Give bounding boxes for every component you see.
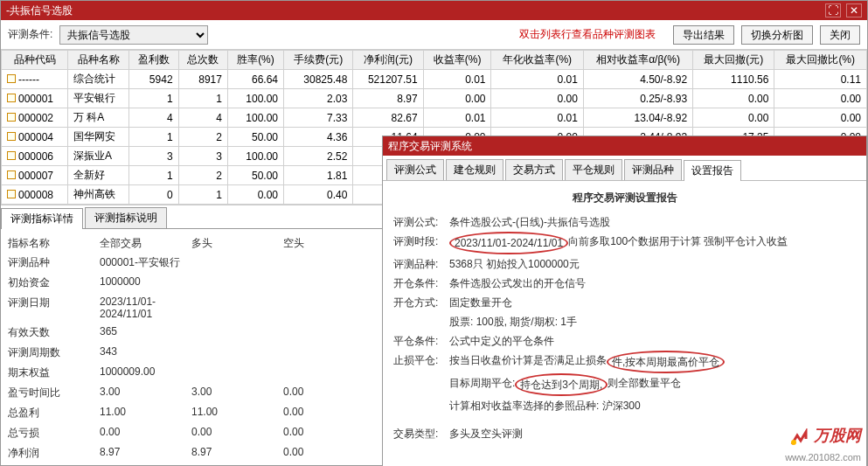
report-heading: 程序交易评测设置报告 — [393, 188, 856, 207]
table-header[interactable]: 相对收益率α/β(%) — [583, 51, 692, 70]
date-range-highlight: 2023/11/01-2024/11/01 — [449, 232, 568, 254]
tab-explain[interactable]: 评测指标说明 — [85, 207, 167, 228]
table-header[interactable]: 品种代码 — [2, 51, 68, 70]
report-window: 程序交易评测系统 评测公式建仓规则交易方式平仓规则评测品种设置报告 程序交易评测… — [382, 136, 867, 466]
condition-select[interactable]: 共振信号选股 — [59, 25, 208, 45]
export-button[interactable]: 导出结果 — [673, 25, 734, 45]
detail-panel: 评测指标详情 评测指标说明 指标名称 全部交易 多头 空头 评测品种000001… — [1, 205, 382, 465]
table-row[interactable]: ------综合统计5942891766.6430825.48521207.51… — [2, 70, 867, 89]
hint-text: 双击列表行查看品种评测图表 — [519, 27, 656, 42]
metric-row: 期末权益1000009.00 — [1, 363, 382, 383]
metric-row: 总亏损0.000.000.00 — [1, 423, 382, 443]
report-tab[interactable]: 平仓规则 — [565, 159, 622, 180]
window-titlebar: -共振信号选股 ⛶ ✕ — [1, 1, 867, 20]
metric-row: 有效天数365 — [1, 323, 382, 343]
switch-chart-button[interactable]: 切换分析图 — [741, 25, 813, 45]
metric-row: 评测周期数343 — [1, 343, 382, 363]
metric-row: 总盈利11.0011.000.00 — [1, 403, 382, 423]
report-tab[interactable]: 设置报告 — [684, 160, 741, 181]
metric-row: 初始资金1000000 — [1, 273, 382, 293]
svg-point-0 — [791, 440, 796, 445]
table-header[interactable]: 年化收益率(%) — [491, 51, 583, 70]
condition-label: 评测条件: — [8, 27, 52, 42]
close-button[interactable]: 关闭 — [820, 25, 860, 45]
table-row[interactable]: 000001平安银行11100.002.038.970.000.000.25/-… — [2, 89, 867, 108]
table-header[interactable]: 总次数 — [178, 51, 227, 70]
metric-row: 净利润8.978.970.00 — [1, 443, 382, 463]
watermark-logo: 万股网 www.201082.com — [785, 426, 861, 466]
col-short: 空头 — [283, 236, 375, 251]
col-long: 多头 — [191, 236, 283, 251]
metric-row: 盈亏时间比3.003.000.00 — [1, 383, 382, 403]
target-highlight: 持仓达到3个周期, — [515, 373, 608, 396]
report-tab[interactable]: 建仓规则 — [446, 159, 503, 180]
metric-row: 评测品种000001-平安银行 — [1, 253, 382, 273]
table-header[interactable]: 最大回撤比(%) — [774, 51, 867, 70]
metric-row: 评测日期2023/11/01-2024/11/01 — [1, 293, 382, 323]
report-tab[interactable]: 交易方式 — [505, 159, 563, 180]
table-header[interactable]: 品种名称 — [68, 51, 129, 70]
table-header[interactable]: 手续费(元) — [284, 51, 353, 70]
stoploss-highlight: 件,按本周期最高价平仓 — [607, 351, 725, 373]
window-title: -共振信号选股 — [6, 3, 73, 18]
report-tab[interactable]: 评测品种 — [624, 159, 682, 180]
table-row[interactable]: 000002万 科A44100.007.3382.670.010.0113.04… — [2, 108, 867, 128]
close-icon[interactable]: ✕ — [846, 3, 862, 17]
table-header[interactable]: 收益率(%) — [423, 51, 491, 70]
report-tab[interactable]: 评测公式 — [386, 159, 444, 180]
report-window-title: 程序交易评测系统 — [388, 139, 472, 154]
col-all: 全部交易 — [100, 236, 191, 251]
tab-detail[interactable]: 评测指标详情 — [1, 208, 83, 229]
fullscreen-icon[interactable]: ⛶ — [825, 3, 841, 17]
table-header[interactable]: 最大回撤(元) — [693, 51, 774, 70]
table-header[interactable]: 盈利数 — [129, 51, 178, 70]
table-header[interactable]: 胜率(%) — [227, 51, 283, 70]
table-header[interactable]: 净利润(元) — [353, 51, 423, 70]
toolbar: 评测条件: 共振信号选股 双击列表行查看品种评测图表 导出结果 切换分析图 关闭 — [1, 20, 867, 50]
col-name: 指标名称 — [8, 236, 100, 251]
